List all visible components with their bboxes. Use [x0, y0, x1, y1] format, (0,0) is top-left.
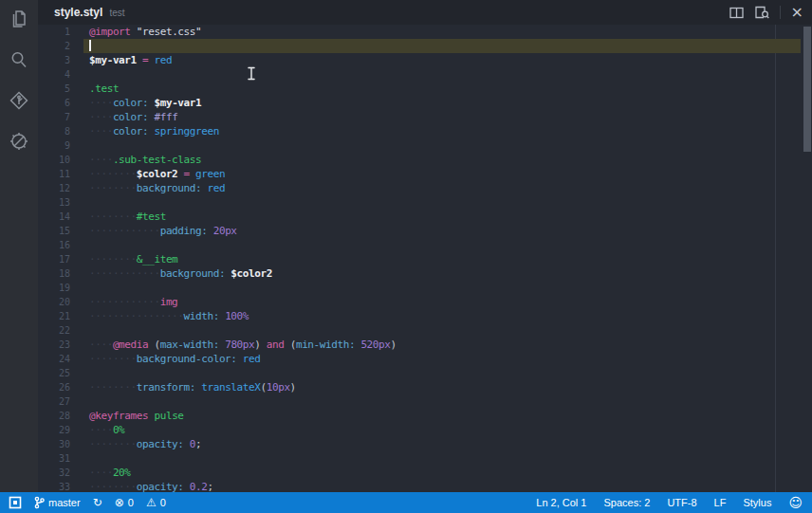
line-number[interactable]: 13 — [38, 195, 83, 210]
line-number[interactable]: 19 — [38, 281, 83, 295]
sidebar-item-source-control[interactable] — [0, 82, 38, 122]
close-icon[interactable]: × — [791, 6, 803, 19]
code-text[interactable] — [83, 238, 801, 252]
code-line[interactable]: 31 — [38, 451, 812, 466]
code-text[interactable]: ····color: springgreen — [83, 124, 801, 138]
open-preview-icon[interactable] — [754, 6, 769, 19]
line-number[interactable]: 12 — [38, 181, 83, 195]
line-number[interactable]: 24 — [38, 352, 83, 366]
code-line[interactable]: 23····@media (max-width: 780px) and (min… — [38, 338, 812, 352]
code-text[interactable]: ····20% — [83, 466, 801, 480]
encoding-setting[interactable]: UTF-8 — [667, 497, 696, 508]
code-line[interactable]: 17········&__item — [38, 252, 812, 266]
code-line[interactable]: 5.test — [38, 82, 812, 96]
line-number[interactable]: 28 — [38, 409, 83, 423]
line-number[interactable]: 26 — [38, 380, 83, 394]
code-text[interactable]: @keyframes pulse — [83, 409, 801, 423]
line-number[interactable]: 30 — [38, 437, 83, 451]
warning-count[interactable]: ⚠ 0 — [146, 497, 166, 508]
code-line[interactable]: 11········$color2 = green — [38, 167, 812, 181]
code-text[interactable]: $my-var1 = red — [83, 53, 801, 67]
code-text[interactable]: .test — [83, 82, 801, 96]
code-line[interactable]: 30········opacity: 0; — [38, 437, 812, 451]
line-number[interactable]: 5 — [38, 82, 83, 96]
git-branch-indicator[interactable]: master — [34, 496, 81, 509]
code-line[interactable]: 3$my-var1 = red — [38, 53, 812, 67]
code-text[interactable]: ············img — [83, 295, 801, 309]
code-text[interactable] — [83, 281, 801, 295]
language-mode[interactable]: Stylus — [743, 497, 771, 508]
code-text[interactable]: ············padding: 20px — [83, 224, 801, 238]
line-number[interactable]: 20 — [38, 295, 83, 309]
line-number[interactable]: 31 — [38, 451, 83, 466]
code-text[interactable]: ········background: red — [83, 181, 801, 195]
sync-icon[interactable]: ↻ — [93, 497, 102, 508]
line-number[interactable]: 15 — [38, 224, 83, 238]
code-text[interactable] — [83, 451, 801, 466]
line-number[interactable]: 33 — [38, 480, 83, 492]
line-number[interactable]: 6 — [38, 96, 83, 110]
line-number[interactable]: 27 — [38, 394, 83, 409]
line-number[interactable]: 16 — [38, 238, 83, 252]
line-number[interactable]: 18 — [38, 266, 83, 281]
code-line[interactable]: 7····color: #fff — [38, 110, 812, 124]
editor[interactable]: 1@import "reset.css"23$my-var1 = red45.t… — [38, 25, 812, 492]
code-text[interactable]: ········background-color: red — [83, 352, 801, 366]
code-line[interactable]: 27 — [38, 394, 812, 409]
code-line[interactable]: 13 — [38, 195, 812, 210]
code-text[interactable]: ····color: #fff — [83, 110, 801, 124]
code-text[interactable]: ················width: 100% — [83, 309, 801, 323]
code-text[interactable]: ····.sub-test-class — [83, 153, 801, 167]
cursor-position[interactable]: Ln 2, Col 1 — [536, 497, 586, 508]
line-number[interactable]: 21 — [38, 309, 83, 323]
code-line[interactable]: 24········background-color: red — [38, 352, 812, 366]
code-text[interactable] — [83, 366, 801, 380]
line-number[interactable]: 25 — [38, 366, 83, 380]
line-number[interactable]: 11 — [38, 167, 83, 181]
code-text[interactable] — [83, 138, 801, 153]
code-text[interactable]: ····color: $my-var1 — [83, 96, 801, 110]
sidebar-item-explorer[interactable] — [0, 0, 38, 41]
code-line[interactable]: 1@import "reset.css" — [38, 25, 812, 39]
line-number[interactable]: 4 — [38, 67, 83, 82]
line-number[interactable]: 3 — [38, 53, 83, 67]
code-text[interactable]: ········&__item — [83, 252, 801, 266]
split-editor-icon[interactable] — [729, 7, 744, 19]
code-line[interactable]: 10····.sub-test-class — [38, 153, 812, 167]
line-number[interactable]: 14 — [38, 210, 83, 224]
code-line[interactable]: 19 — [38, 281, 812, 295]
code-line[interactable]: 14········#test — [38, 210, 812, 224]
error-count[interactable]: ⊗ 0 — [115, 497, 134, 508]
line-number[interactable]: 32 — [38, 466, 83, 480]
line-number[interactable]: 17 — [38, 252, 83, 266]
code-line[interactable]: 15············padding: 20px — [38, 224, 812, 238]
code-line[interactable]: 9 — [38, 138, 812, 153]
code-text[interactable]: ········transform: translateX(10px) — [83, 380, 801, 394]
code-line[interactable]: 12········background: red — [38, 181, 812, 195]
smiley-icon[interactable]: ☺ — [788, 496, 803, 509]
code-text[interactable]: ········opacity: 0; — [83, 437, 801, 451]
code-text[interactable] — [83, 394, 801, 409]
line-number[interactable]: 7 — [38, 110, 83, 124]
sidebar-item-debug[interactable] — [0, 122, 38, 163]
sidebar-item-search[interactable] — [0, 41, 38, 82]
line-number[interactable]: 10 — [38, 153, 83, 167]
code-text[interactable]: ········$color2 = green — [83, 167, 801, 181]
code-line[interactable]: 18············background: $color2 — [38, 266, 812, 281]
line-number[interactable]: 29 — [38, 423, 83, 437]
app-frame-icon[interactable] — [9, 496, 22, 509]
code-text[interactable] — [83, 67, 801, 82]
code-text[interactable]: ····0% — [83, 423, 801, 437]
code-line[interactable]: 33········opacity: 0.2; — [38, 480, 812, 492]
code-text[interactable] — [83, 39, 801, 53]
code-text[interactable] — [83, 323, 801, 338]
code-line[interactable]: 25 — [38, 366, 812, 380]
code-line[interactable]: 8····color: springgreen — [38, 124, 812, 138]
code-line[interactable]: 4 — [38, 67, 812, 82]
scrollbar[interactable] — [803, 25, 812, 492]
code-line[interactable]: 16 — [38, 238, 812, 252]
code-line[interactable]: 20············img — [38, 295, 812, 309]
line-number[interactable]: 22 — [38, 323, 83, 338]
indentation-setting[interactable]: Spaces: 2 — [603, 497, 650, 508]
code-text[interactable]: ········opacity: 0.2; — [83, 480, 801, 492]
